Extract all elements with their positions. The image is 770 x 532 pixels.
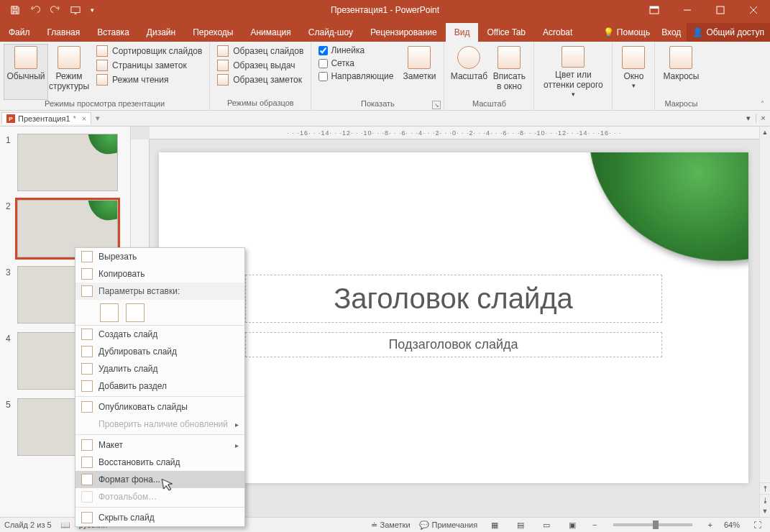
qat-undo[interactable] bbox=[26, 1, 45, 19]
zoom-percent[interactable]: 64% bbox=[724, 520, 740, 529]
tab-officetab[interactable]: Office Tab bbox=[478, 23, 534, 42]
tab-file[interactable]: Файл bbox=[0, 23, 39, 42]
ribbon-display-options-button[interactable] bbox=[638, 0, 671, 20]
leaf-graphic bbox=[588, 152, 748, 279]
status-view-reading[interactable]: ▭ bbox=[538, 519, 555, 531]
ctx-layout[interactable]: Макет▸ bbox=[75, 436, 244, 454]
status-view-sorter[interactable]: ▤ bbox=[512, 519, 529, 531]
outline-view-icon bbox=[58, 46, 81, 69]
zoom-slider[interactable] bbox=[613, 523, 692, 526]
group-macros: Макросы Макросы bbox=[655, 42, 707, 110]
zoom-out-button[interactable]: − bbox=[590, 520, 600, 529]
ctx-format-background[interactable]: Формат фона... bbox=[75, 471, 244, 488]
restore-button[interactable] bbox=[704, 0, 737, 20]
paste-option-picture[interactable] bbox=[126, 303, 145, 322]
tab-slideshow[interactable]: Слайд-шоу bbox=[300, 23, 362, 42]
slide-sorter-button[interactable]: Сортировщик слайдов bbox=[93, 45, 205, 58]
minimize-button[interactable] bbox=[671, 0, 704, 20]
handout-master-button[interactable]: Образец выдач bbox=[214, 59, 306, 72]
scroll-up-button[interactable]: ▲ bbox=[760, 127, 770, 138]
slide-master-button[interactable]: Образец слайдов bbox=[214, 45, 306, 58]
notes-page-button[interactable]: Страницы заметок bbox=[93, 59, 205, 72]
status-notes-button[interactable]: ≐Заметки bbox=[371, 520, 411, 530]
paste-option-keep-formatting[interactable] bbox=[100, 303, 119, 322]
ctx-delete-slide[interactable]: Удалить слайд bbox=[75, 360, 244, 377]
status-view-slideshow[interactable]: ▣ bbox=[564, 519, 581, 531]
ruler-checkbox[interactable]: Линейка bbox=[316, 45, 396, 56]
doc-tabs-dropdown[interactable]: ▾ bbox=[93, 114, 103, 123]
ctx-hide-slide[interactable]: Скрыть слайд bbox=[75, 509, 244, 526]
qat-start-slideshow[interactable] bbox=[66, 1, 85, 19]
status-spellcheck[interactable]: 📖 bbox=[60, 520, 70, 530]
tab-review[interactable]: Рецензирование bbox=[362, 23, 446, 42]
tab-home[interactable]: Главная bbox=[39, 23, 89, 42]
ctx-new-slide[interactable]: Создать слайд bbox=[75, 326, 244, 343]
notes-master-button[interactable]: Образец заметок bbox=[214, 73, 306, 86]
zoom-button[interactable]: Масштаб bbox=[449, 45, 489, 99]
tab-transitions[interactable]: Переходы bbox=[184, 23, 242, 42]
title-placeholder[interactable]: Заголовок слайда bbox=[245, 275, 662, 323]
fit-to-window-button[interactable]: Вписать в окно bbox=[489, 45, 529, 99]
ctx-copy[interactable]: Копировать bbox=[75, 265, 244, 283]
paste-icon bbox=[81, 285, 93, 297]
horizontal-ruler[interactable]: · · ·16· · ·14· · ·12· · ·10· · ·8· · ·6… bbox=[150, 127, 759, 139]
subtitle-placeholder[interactable]: Подзаголовок слайда bbox=[245, 332, 662, 357]
svg-rect-0 bbox=[71, 7, 80, 13]
comments-icon: 💬 bbox=[419, 520, 429, 530]
share-button[interactable]: 👤Общий доступ bbox=[687, 23, 770, 42]
ctx-reset-slide[interactable]: Восстановить слайд bbox=[75, 454, 244, 471]
collapse-ribbon-button[interactable]: ˄ bbox=[756, 98, 769, 109]
tab-design[interactable]: Дизайн bbox=[138, 23, 184, 42]
doc-tab-close-button[interactable]: × bbox=[82, 114, 86, 123]
tab-view[interactable]: Вид bbox=[446, 23, 479, 42]
duplicate-icon bbox=[81, 346, 93, 357]
section-icon bbox=[81, 380, 93, 392]
zoom-in-button[interactable]: + bbox=[705, 520, 715, 529]
qat-redo[interactable] bbox=[46, 1, 65, 19]
next-slide-button[interactable]: ⭳ bbox=[760, 494, 770, 505]
guides-checkbox[interactable]: Направляющие bbox=[316, 70, 396, 82]
hide-slide-icon bbox=[81, 512, 93, 523]
reading-view-button[interactable]: Режим чтения bbox=[93, 73, 205, 86]
status-view-normal[interactable]: ▦ bbox=[486, 519, 503, 531]
slide-canvas[interactable]: Заголовок слайда Подзаголовок слайда bbox=[159, 152, 748, 483]
close-button[interactable] bbox=[737, 0, 770, 20]
color-grayscale-button[interactable]: Цвет или оттенки серого▾ bbox=[538, 45, 608, 99]
svg-rect-2 bbox=[650, 6, 659, 9]
svg-rect-3 bbox=[717, 6, 724, 14]
macros-button[interactable]: Макросы bbox=[659, 45, 702, 99]
view-outline-button[interactable]: Режим структуры bbox=[47, 45, 91, 99]
ctx-duplicate-slide[interactable]: Дублировать слайд bbox=[75, 343, 244, 360]
ctx-cut[interactable]: Вырезать bbox=[75, 248, 244, 265]
doc-tabs-menu[interactable]: ▾ bbox=[741, 114, 756, 123]
photo-album-icon bbox=[81, 491, 93, 503]
normal-view-icon bbox=[14, 46, 37, 69]
ctx-add-section[interactable]: Добавить раздел bbox=[75, 377, 244, 395]
tab-animations[interactable]: Анимация bbox=[242, 23, 299, 42]
doc-tabs-close-all[interactable]: × bbox=[756, 114, 770, 123]
status-comments-button[interactable]: 💬Примечания bbox=[419, 520, 478, 530]
title-bar: ▾ Презентация1 - PowerPoint bbox=[0, 0, 770, 20]
window-menu-button[interactable]: Окно▾ bbox=[617, 45, 650, 99]
document-tab[interactable]: P Презентация1 * × bbox=[1, 112, 91, 124]
status-slide-counter[interactable]: Слайд 2 из 5 bbox=[4, 520, 52, 529]
notes-pane-button[interactable]: Заметки bbox=[399, 45, 439, 99]
thumbnail-1[interactable]: 1 bbox=[6, 134, 127, 191]
group-zoom: Масштаб Вписать в окно Масштаб bbox=[444, 42, 534, 110]
gridlines-checkbox[interactable]: Сетка bbox=[316, 58, 396, 69]
qat-customize[interactable]: ▾ bbox=[86, 1, 98, 19]
signin-button[interactable]: Вход bbox=[656, 23, 687, 42]
scroll-down-button[interactable]: ▼ bbox=[760, 505, 770, 517]
vertical-scrollbar[interactable]: ▲ ⭱⭳ ▼ bbox=[759, 127, 770, 517]
ribbon-view: Обычный Режим структуры Сортировщик слай… bbox=[0, 42, 770, 111]
fit-slide-button[interactable]: ⛶ bbox=[748, 519, 766, 531]
show-dialog-launcher[interactable]: ↘ bbox=[432, 101, 441, 109]
ctx-publish-slides[interactable]: Опубликовать слайды bbox=[75, 398, 244, 416]
tab-insert[interactable]: Вставка bbox=[88, 23, 138, 42]
help-button[interactable]: 💡Помощь bbox=[597, 23, 656, 42]
reset-icon bbox=[81, 457, 93, 468]
prev-slide-button[interactable]: ⭱ bbox=[760, 482, 770, 494]
view-normal-button[interactable]: Обычный bbox=[4, 45, 47, 99]
tab-acrobat[interactable]: Acrobat bbox=[534, 23, 581, 42]
qat-save[interactable] bbox=[6, 1, 24, 19]
